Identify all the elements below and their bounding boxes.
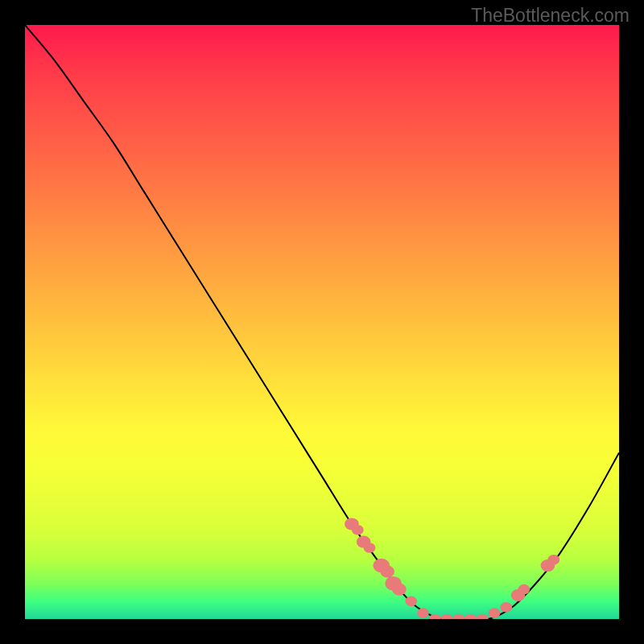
data-marker xyxy=(417,608,429,618)
data-marker xyxy=(380,565,394,577)
bottleneck-curve xyxy=(25,25,619,619)
data-marker xyxy=(392,584,407,596)
data-marker xyxy=(405,597,417,607)
watermark-text: TheBottleneck.com xyxy=(471,5,630,27)
data-marker xyxy=(518,584,530,595)
chart-svg xyxy=(25,25,619,619)
data-marker xyxy=(352,525,364,535)
data-marker xyxy=(364,543,376,553)
data-marker xyxy=(464,614,477,619)
curve-markers xyxy=(345,518,559,619)
data-marker xyxy=(489,608,501,618)
plot-area xyxy=(25,25,619,619)
data-marker xyxy=(500,602,512,613)
data-marker xyxy=(547,555,559,565)
data-marker xyxy=(452,614,464,619)
data-marker xyxy=(477,614,489,619)
data-marker xyxy=(441,614,453,619)
